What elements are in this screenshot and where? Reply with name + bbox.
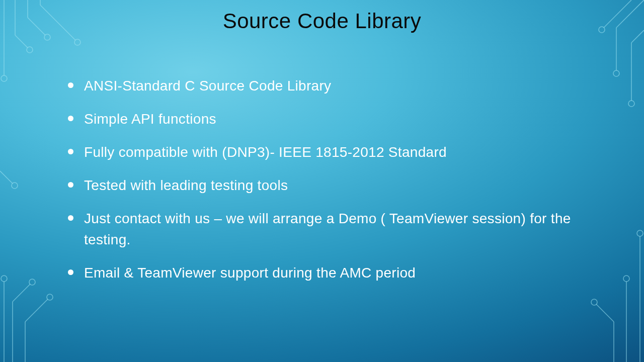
svg-point-28: [628, 101, 634, 107]
svg-line-17: [25, 299, 48, 322]
bullet-list: ANSI-Standard C Source Code Library Simp…: [68, 75, 584, 284]
svg-line-14: [13, 284, 30, 302]
svg-point-30: [637, 230, 643, 236]
svg-point-8: [74, 39, 80, 45]
bullet-item: Fully compatible with (DNP3)- IEEE 1815-…: [68, 142, 584, 163]
svg-point-15: [29, 279, 35, 285]
svg-point-18: [47, 294, 53, 300]
slide-title: Source Code Library: [0, 9, 644, 33]
svg-point-10: [1, 75, 7, 81]
bullet-item: Email & TeamViewer support during the AM…: [68, 262, 584, 284]
svg-line-34: [596, 304, 614, 322]
svg-point-5: [44, 34, 50, 40]
svg-point-35: [591, 299, 597, 305]
svg-point-32: [623, 276, 629, 282]
svg-point-20: [1, 276, 7, 282]
svg-point-23: [613, 70, 619, 76]
svg-line-11: [0, 171, 13, 184]
bullet-item: Just contact with us – we will arrange a…: [68, 208, 584, 250]
bullet-item: Simple API functions: [68, 109, 584, 130]
slide: Source Code Library ANSI-Standard C Sour…: [0, 0, 644, 362]
bullet-item: ANSI-Standard C Source Code Library: [68, 75, 584, 97]
svg-line-1: [15, 35, 28, 48]
slide-body: ANSI-Standard C Source Code Library Simp…: [68, 75, 584, 296]
svg-point-2: [27, 47, 33, 53]
svg-point-12: [12, 183, 18, 189]
bullet-item: Tested with leading testing tools: [68, 175, 584, 196]
